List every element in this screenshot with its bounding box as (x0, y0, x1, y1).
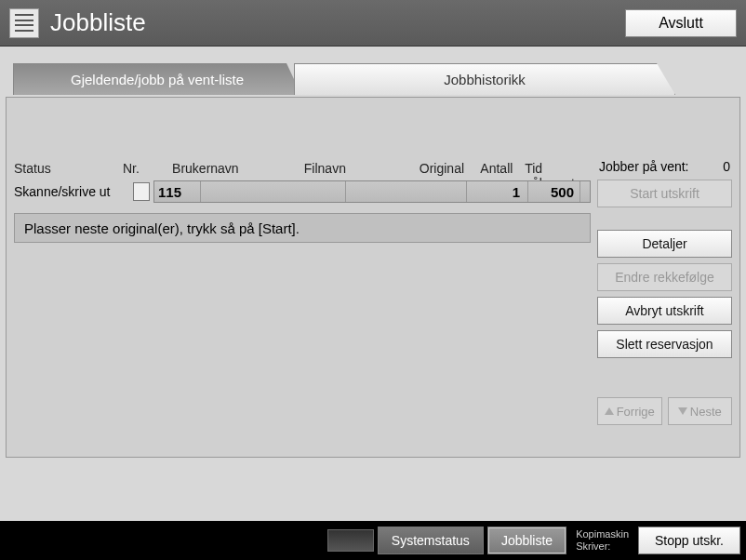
document-icon (133, 182, 150, 201)
chevron-down-icon (678, 407, 687, 415)
job-original: 1 (467, 181, 528, 202)
footer-bar: Systemstatus Jobbliste Kopimaskin Skrive… (0, 521, 746, 560)
pending-count: 0 (723, 159, 730, 174)
job-user (201, 181, 346, 202)
job-row[interactable]: Skanne/skrive ut 115 1 500 (14, 180, 591, 204)
job-count: 500 (528, 181, 580, 202)
tab-job-history[interactable]: Jobbhistorikk (294, 63, 675, 95)
device-status-labels: Kopimaskin Skriver: (570, 528, 634, 553)
chevron-up-icon (605, 407, 614, 415)
start-print-button: Start utskrift (597, 180, 732, 207)
system-status-button[interactable]: Systemstatus (378, 527, 484, 554)
printer-label: Skriver: (576, 540, 629, 553)
prev-label: Forrige (617, 405, 655, 419)
job-panel: Status Nr. Brukernavn Filnavn Original A… (6, 97, 740, 458)
exit-button[interactable]: Avslutt (625, 9, 737, 37)
job-fields: 115 1 500 (153, 180, 591, 203)
main-content: Gjeldende/jobb på vent-liste Jobbhistori… (0, 47, 746, 521)
page-title: Jobbliste (50, 8, 625, 37)
prev-page-button: Forrige (597, 397, 662, 425)
pending-label: Jobber på vent: (599, 159, 689, 174)
next-label: Neste (690, 405, 722, 419)
pager: Forrige Neste (597, 397, 732, 425)
list-icon (9, 8, 39, 38)
toner-meter-icon (327, 529, 374, 552)
job-nr: 115 (154, 181, 201, 202)
reorder-button: Endre rekkefølge (597, 263, 732, 291)
pending-jobs: Jobber på vent: 0 (597, 159, 732, 174)
next-page-button: Neste (668, 397, 733, 425)
tab-current-jobs[interactable]: Gjeldende/jobb på vent-liste (13, 63, 301, 95)
stop-print-button[interactable]: Stopp utskr. (638, 527, 740, 554)
tab-bar: Gjeldende/jobb på vent-liste Jobbhistori… (0, 47, 746, 97)
details-button[interactable]: Detaljer (597, 230, 732, 258)
title-bar: Jobbliste Avslutt (0, 0, 746, 47)
copier-label: Kopimaskin (576, 528, 629, 540)
job-file (346, 181, 467, 202)
job-list-button[interactable]: Jobbliste (487, 527, 566, 554)
instruction-message: Plasser neste original(er), trykk så på … (14, 213, 591, 243)
delete-reservation-button[interactable]: Slett reservasjon (597, 330, 732, 358)
side-panel: Jobber på vent: 0 Start utskrift Detalje… (597, 159, 732, 425)
cancel-print-button[interactable]: Avbryt utskrift (597, 297, 732, 325)
job-status: Skanne/skrive ut (14, 184, 133, 199)
